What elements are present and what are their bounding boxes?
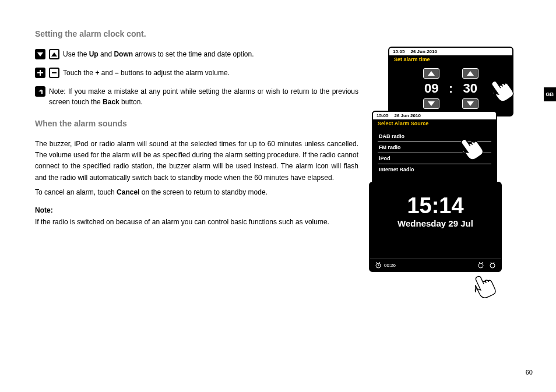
text: To cancel an alarm, touch xyxy=(35,188,117,196)
screen-header: Set alarm time xyxy=(389,55,512,65)
text: on the screen to return to standby mode. xyxy=(139,188,267,196)
text: Note: If you make a mistake at any point… xyxy=(49,87,358,106)
svg-point-3 xyxy=(490,263,495,268)
alarm-source-item[interactable]: iPod xyxy=(378,153,491,164)
plus-icon xyxy=(35,68,45,78)
status-time: 15:05 xyxy=(393,49,404,54)
minute-up-button[interactable] xyxy=(462,68,478,79)
device-screens: 15:05 26 Jun 2010 Set alarm time 09 : 30 xyxy=(372,47,523,291)
screen-header: Select Alarm Source xyxy=(373,119,496,129)
alarm-source-item[interactable]: FM radio xyxy=(378,142,491,153)
alarm-clock-icon xyxy=(375,262,382,269)
screen-standby-clock: 15:14 Wednesday 29 Jul 00:26 xyxy=(369,182,502,272)
text: and xyxy=(99,69,115,77)
status-time: 15:05 xyxy=(376,113,388,118)
screen-set-alarm-time: 15:05 26 Jun 2010 Set alarm time 09 : 30 xyxy=(388,47,513,116)
svg-point-2 xyxy=(478,263,483,268)
standby-date: Wednesday 29 Jul xyxy=(370,218,501,228)
status-date: 26 Jun 2010 xyxy=(394,113,420,118)
text: arrows to set the time and date option. xyxy=(133,50,254,58)
instruction-plusminus: Touch the + and – buttons to adjust the … xyxy=(35,68,358,78)
status-date: 26 Jun 2010 xyxy=(410,49,437,54)
page-number: 60 xyxy=(526,369,533,376)
back-icon xyxy=(35,86,45,97)
language-tab: GB xyxy=(544,87,557,101)
text: Touch the xyxy=(63,69,95,77)
text: Use the xyxy=(63,50,89,58)
bold: Down xyxy=(114,50,133,58)
hour-up-button[interactable] xyxy=(423,68,439,79)
text: button. xyxy=(119,98,143,106)
bold: Up xyxy=(89,50,98,58)
hour-value: 09 xyxy=(424,81,438,96)
body-paragraph: The buzzer, iPod or radio alarm will sou… xyxy=(35,139,358,183)
instruction-back: Note: If you make a mistake at any point… xyxy=(35,86,358,107)
standby-time: 15:14 xyxy=(370,193,501,218)
minute-down-button[interactable] xyxy=(462,98,478,109)
alarm-icon[interactable] xyxy=(489,262,496,269)
svg-rect-0 xyxy=(52,72,57,73)
bold: Cancel xyxy=(117,188,139,196)
footer-time: 00:26 xyxy=(384,263,396,268)
pointer-hand-icon xyxy=(469,273,499,303)
time-colon: : xyxy=(449,82,453,96)
bold: Back xyxy=(103,98,119,106)
minus-icon xyxy=(49,68,59,78)
screen-select-alarm-source: 15:05 26 Jun 2010 Select Alarm Source DA… xyxy=(372,111,497,185)
alarm-source-item[interactable]: Internet Radio xyxy=(378,164,491,175)
bold: – xyxy=(115,69,119,77)
hour-down-button[interactable] xyxy=(423,98,439,109)
up-arrow-icon xyxy=(49,49,59,59)
down-arrow-icon xyxy=(35,49,45,59)
note-label: Note: xyxy=(35,206,358,214)
minute-value: 30 xyxy=(463,81,477,96)
alarm-source-item[interactable]: DAB radio xyxy=(378,131,491,142)
text: and xyxy=(98,50,114,58)
alarm-icon[interactable] xyxy=(477,262,484,269)
text: buttons to adjust the alarm volume. xyxy=(119,69,230,77)
note-text: If the radio is switched on because of a… xyxy=(35,217,358,228)
instruction-updown: Use the Up and Down arrows to set the ti… xyxy=(35,49,358,59)
body-paragraph: To cancel an alarm, touch Cancel on the … xyxy=(35,187,358,198)
section-title-setting: Setting the alarm clock cont. xyxy=(35,29,358,38)
section-title-sounds: When the alarm sounds xyxy=(35,119,358,128)
